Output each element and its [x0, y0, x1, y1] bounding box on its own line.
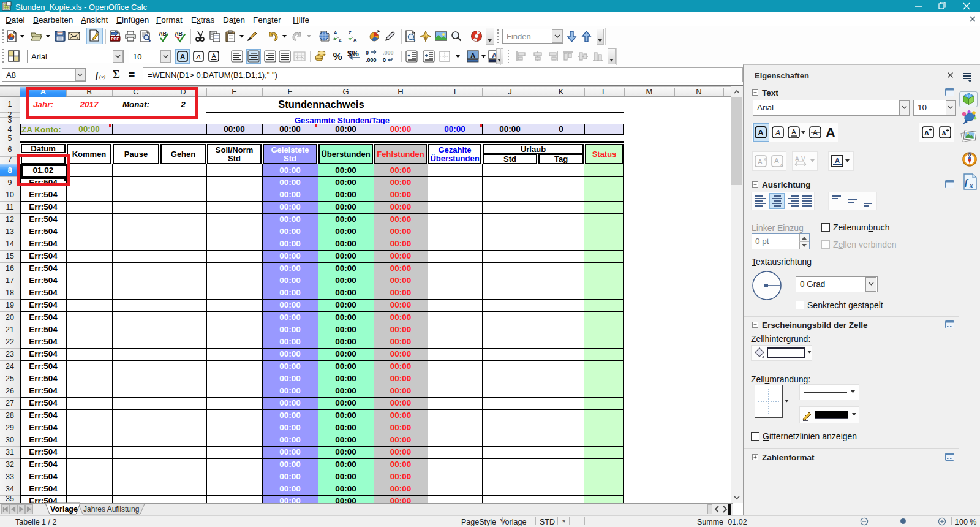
- svg-text:%: %: [333, 51, 342, 63]
- svg-text:A: A: [826, 125, 835, 140]
- svg-text:x: x: [969, 181, 973, 189]
- svg-text:x: x: [764, 157, 766, 161]
- svg-text:A: A: [924, 129, 929, 137]
- svg-text:A: A: [470, 51, 475, 59]
- svg-text:N: N: [968, 152, 971, 156]
- svg-text:A: A: [835, 157, 840, 164]
- svg-text:x: x: [780, 162, 783, 167]
- svg-text:A: A: [334, 30, 337, 36]
- svg-text:0: 0: [383, 57, 386, 63]
- svg-text:Z: Z: [339, 37, 342, 43]
- svg-text:0: 0: [366, 50, 369, 56]
- svg-text:A: A: [775, 129, 780, 137]
- svg-text:A: A: [758, 158, 763, 165]
- svg-text:A: A: [180, 53, 186, 61]
- svg-text:A: A: [774, 157, 779, 164]
- svg-text:.000: .000: [383, 50, 394, 56]
- svg-text:A: A: [353, 37, 357, 43]
- svg-text:A: A: [211, 52, 216, 59]
- svg-text:(x): (x): [99, 74, 105, 80]
- svg-text:$%: $%: [347, 49, 359, 58]
- svg-text:.000: .000: [366, 57, 377, 63]
- svg-text:A: A: [758, 128, 764, 137]
- svg-text:A: A: [195, 53, 201, 61]
- svg-text:=: =: [129, 69, 135, 81]
- svg-text:PDF: PDF: [111, 37, 119, 41]
- svg-text:Σ: Σ: [113, 69, 120, 81]
- svg-text:Z: Z: [349, 30, 352, 36]
- svg-text:A: A: [941, 130, 946, 137]
- svg-text:AB: AB: [175, 31, 183, 37]
- svg-text:A: A: [791, 128, 796, 135]
